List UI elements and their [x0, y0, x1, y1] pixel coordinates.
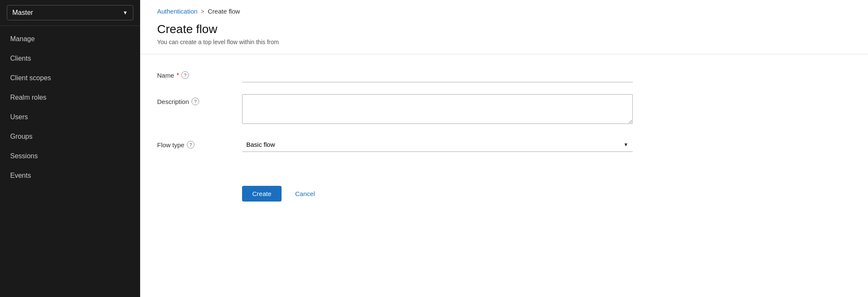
create-button[interactable]: Create — [242, 186, 282, 202]
name-input-group — [242, 68, 633, 82]
description-help-icon[interactable]: ? — [192, 98, 199, 105]
name-label-group: Name * ? — [157, 68, 242, 79]
name-input[interactable] — [242, 68, 633, 82]
realm-selector[interactable]: Master ▼ — [7, 5, 133, 20]
sidebar-item-groups[interactable]: Groups — [0, 127, 140, 146]
chevron-down-icon: ▼ — [123, 10, 128, 16]
main-content: Authentication > Create flow Create flow… — [140, 0, 868, 297]
flow-type-label: Flow type — [157, 141, 184, 148]
sidebar-item-sessions[interactable]: Sessions — [0, 146, 140, 166]
sidebar-item-manage[interactable]: Manage — [0, 29, 140, 49]
breadcrumb-current: Create flow — [208, 8, 240, 15]
flow-type-field-group: Flow type ? Basic flow Client flow ▼ — [157, 137, 633, 152]
sidebar-header: Master ▼ — [0, 0, 140, 26]
description-input-group — [242, 94, 633, 126]
flow-type-select-wrapper: Basic flow Client flow ▼ — [242, 137, 633, 152]
name-label: Name — [157, 72, 174, 79]
name-field-group: Name * ? — [157, 68, 633, 82]
page-subtitle: You can create a top level flow within t… — [157, 39, 851, 45]
sidebar-nav: Manage Clients Client scopes Realm roles… — [0, 26, 140, 189]
breadcrumb: Authentication > Create flow — [140, 0, 868, 19]
description-field-group: Description ? — [157, 94, 633, 126]
breadcrumb-parent-link[interactable]: Authentication — [157, 8, 197, 15]
page-header: Create flow You can create a top level f… — [140, 19, 868, 54]
create-flow-form: Name * ? Description ? Flow type ? — [140, 54, 650, 177]
breadcrumb-separator: > — [201, 8, 204, 15]
sidebar-item-events[interactable]: Events — [0, 166, 140, 185]
name-required-indicator: * — [177, 72, 179, 78]
flow-type-label-group: Flow type ? — [157, 137, 242, 148]
description-textarea[interactable] — [242, 94, 633, 124]
flow-type-select-group: Basic flow Client flow ▼ — [242, 137, 633, 152]
sidebar-item-clients[interactable]: Clients — [0, 49, 140, 68]
realm-name: Master — [12, 9, 33, 17]
name-help-icon[interactable]: ? — [181, 71, 189, 79]
flow-type-select[interactable]: Basic flow Client flow — [242, 137, 633, 152]
description-label-group: Description ? — [157, 94, 242, 105]
flow-type-help-icon[interactable]: ? — [187, 141, 194, 148]
sidebar-item-realm-roles[interactable]: Realm roles — [0, 88, 140, 107]
sidebar-item-client-scopes[interactable]: Client scopes — [0, 68, 140, 88]
sidebar-item-users[interactable]: Users — [0, 107, 140, 127]
form-actions: Create Cancel — [140, 177, 868, 210]
cancel-button[interactable]: Cancel — [288, 186, 322, 202]
sidebar: Master ▼ Manage Clients Client scopes Re… — [0, 0, 140, 297]
description-label: Description — [157, 98, 189, 105]
page-title: Create flow — [157, 22, 851, 36]
